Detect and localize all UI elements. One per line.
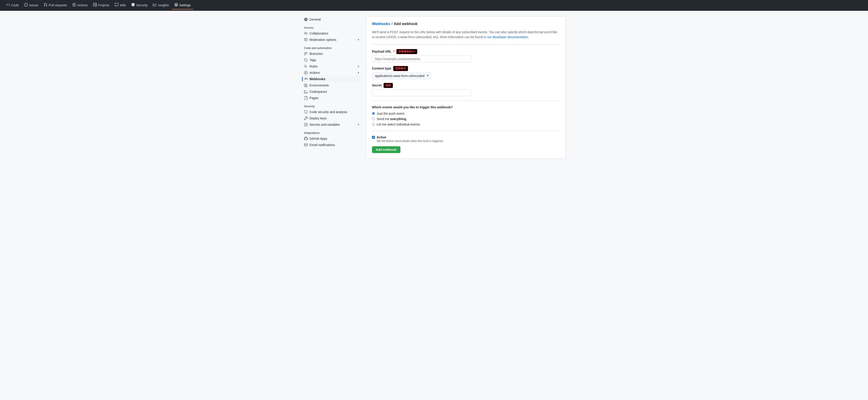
pr-icon	[44, 3, 48, 7]
sidebar-item-general[interactable]: General	[302, 16, 361, 23]
nav-settings-label: Settings	[179, 3, 191, 7]
sidebar-item-rules-label: Rules	[309, 64, 318, 68]
sidebar-item-actions[interactable]: Actions ▾	[302, 69, 361, 76]
radio-individual-label: Let me select individual events.	[377, 122, 421, 126]
sidebar-item-secrets[interactable]: Secrets and variables ▾	[302, 121, 361, 128]
nav-code[interactable]: Code	[4, 1, 22, 9]
content-type-label: Content type 选择格式	[372, 66, 560, 71]
breadcrumb-separator: /	[392, 22, 393, 26]
settings-nav-icon	[174, 3, 178, 7]
projects-icon	[93, 3, 97, 7]
sidebar-item-secrets-label: Secrets and variables	[309, 123, 340, 126]
code-icon	[6, 3, 10, 7]
nav-security[interactable]: Security	[129, 1, 151, 9]
nav-pull-requests[interactable]: Pull requests	[41, 1, 70, 9]
sidebar-item-github-apps-label: GitHub Apps	[309, 137, 327, 140]
chevron-down-icon-rules: ▾	[358, 65, 359, 68]
people-icon	[304, 32, 308, 35]
content-type-label-text: Content type	[372, 66, 391, 70]
sidebar-section-access: Access	[302, 24, 361, 30]
key-icon	[304, 116, 308, 120]
sidebar-item-codespaces-label: Codespaces	[309, 90, 327, 93]
nav-insights[interactable]: Insights	[150, 1, 172, 9]
payload-url-label: Payload URL * 你要接收的url	[372, 49, 560, 54]
secret-label: Secret 秘钥	[372, 83, 560, 88]
sidebar-item-environments-label: Environments	[309, 84, 329, 87]
events-question: Which events would you like to trigger t…	[372, 106, 560, 109]
sidebar-item-codespaces[interactable]: Codespaces	[302, 88, 361, 95]
sidebar-item-github-apps[interactable]: GitHub Apps	[302, 136, 361, 142]
sidebar-item-code-security[interactable]: Code security and analysis	[302, 109, 361, 115]
nav-projects[interactable]: Projects	[90, 1, 112, 9]
nav-actions[interactable]: Actions	[70, 1, 90, 9]
sidebar-item-moderation[interactable]: Moderation options ▾	[302, 36, 361, 43]
sidebar-item-general-label: General	[309, 18, 321, 21]
actions-icon	[72, 3, 76, 7]
payload-url-group: Payload URL * 你要接收的url	[372, 49, 560, 62]
branch-icon	[304, 52, 308, 56]
sidebar-item-email-notifications[interactable]: Email notifications	[302, 142, 361, 148]
sidebar-item-environments[interactable]: Environments	[302, 82, 361, 88]
nav-wiki-label: Wiki	[120, 3, 126, 7]
sidebar-item-deploy-keys[interactable]: Deploy keys	[302, 115, 361, 121]
radio-just-push-input[interactable]	[372, 112, 375, 115]
nav-settings[interactable]: Settings	[172, 1, 193, 9]
radio-everything-input[interactable]	[372, 117, 375, 120]
sidebar-item-code-security-label: Code security and analysis	[309, 110, 347, 114]
payload-url-badge: 你要接收的url	[396, 49, 417, 54]
sidebar-section-integrations: Integrations	[302, 130, 361, 136]
insights-icon	[153, 3, 157, 7]
pages-icon	[304, 96, 308, 100]
email-icon	[304, 143, 308, 147]
form-divider-top	[372, 44, 560, 45]
active-label[interactable]: Active	[377, 136, 386, 139]
chevron-down-icon-secrets: ▾	[358, 123, 359, 126]
active-checkbox-content: Active We will deliver event details whe…	[377, 136, 444, 143]
nav-code-label: Code	[11, 3, 19, 7]
codespaces-icon	[304, 90, 308, 93]
sidebar-item-branches-label: Branches	[309, 52, 323, 56]
secret-input[interactable]	[372, 89, 471, 96]
sidebar-item-pages-label: Pages	[309, 96, 318, 100]
radio-everything[interactable]: Send me everything.	[372, 117, 560, 121]
sidebar-item-rules[interactable]: Rules ▾	[302, 63, 361, 69]
radio-everything-label: Send me everything.	[377, 117, 407, 121]
wiki-icon	[115, 3, 118, 7]
secret-icon	[304, 123, 308, 126]
secret-label-text: Secret	[372, 84, 382, 87]
breadcrumb-link[interactable]: Webhooks	[372, 22, 390, 26]
payload-url-input[interactable]	[372, 56, 471, 62]
sidebar-item-tags[interactable]: Tags	[302, 57, 361, 63]
sidebar-section-security: Security	[302, 103, 361, 109]
sidebar-item-webhooks-label: Webhooks	[309, 77, 326, 81]
content-type-group: Content type 选择格式 application/x-www-form…	[372, 66, 560, 79]
app-icon	[304, 137, 308, 140]
active-checkbox-item: Active We will deliver event details whe…	[372, 136, 560, 143]
sidebar-item-branches[interactable]: Branches	[302, 51, 361, 57]
radio-individual[interactable]: Let me select individual events.	[372, 122, 560, 126]
payload-url-label-text: Payload URL	[372, 50, 391, 53]
content-type-badge: 选择格式	[393, 66, 408, 71]
description-link[interactable]: our developer documentation	[487, 35, 528, 39]
nav-actions-label: Actions	[78, 3, 88, 7]
sidebar-item-collaborators[interactable]: Collaborators	[302, 30, 361, 36]
content-type-select[interactable]: application/x-www-form-urlencoded applic…	[372, 73, 431, 79]
radio-just-push[interactable]: Just the push event.	[372, 112, 560, 115]
gear-icon	[304, 18, 308, 21]
radio-individual-input[interactable]	[372, 123, 375, 126]
nav-pr-label: Pull requests	[49, 3, 67, 7]
page-layout: General Access Collaborators Moderation …	[299, 16, 569, 159]
sidebar: General Access Collaborators Moderation …	[302, 16, 361, 159]
breadcrumb: Webhooks / Add webhook	[372, 22, 560, 26]
secret-badge: 秘钥	[383, 83, 393, 88]
active-checkbox[interactable]	[372, 136, 375, 139]
rules-icon	[304, 64, 308, 68]
nav-wiki[interactable]: Wiki	[112, 1, 128, 9]
sidebar-item-pages[interactable]: Pages	[302, 95, 361, 101]
sidebar-item-webhooks[interactable]: Webhooks	[302, 76, 361, 82]
nav-issues-label: Issues	[29, 3, 38, 7]
description: We'll send a POST request to the URL bel…	[372, 30, 560, 40]
add-webhook-button[interactable]: Add webhook	[372, 146, 400, 153]
nav-issues[interactable]: Issues	[22, 1, 41, 9]
tag-icon	[304, 58, 308, 62]
